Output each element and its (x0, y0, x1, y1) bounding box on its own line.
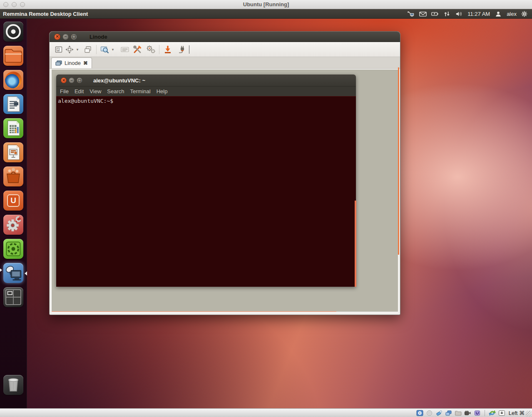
remmina-minimize-button[interactable]: – (62, 34, 69, 40)
preferences-tools-icon[interactable] (132, 44, 143, 55)
system-settings-icon[interactable] (3, 215, 23, 235)
panel-clock[interactable]: 11:27 AM (467, 11, 490, 17)
libreoffice-calc-icon[interactable] (3, 118, 23, 138)
vnc-redraw-artifact-horizontal (52, 311, 336, 312)
scale-toggle-icon[interactable] (82, 44, 93, 55)
ubuntu-one-icon[interactable]: U (3, 191, 23, 211)
vnc-edge-artifact (398, 67, 399, 255)
terminal-titlebar[interactable]: ✕ – ▢ alex@ubuntuVNC: ~ (56, 74, 356, 87)
user-indicator-icon[interactable] (495, 11, 502, 17)
tab-label: Linode (65, 60, 81, 66)
panel-tray: 11:27 AM alex (407, 11, 532, 17)
terminal-window-title: alex@ubuntuVNC: ~ (93, 77, 145, 84)
trash-icon[interactable] (3, 375, 23, 395)
menu-help[interactable]: Help (157, 88, 172, 94)
terminal-close-button[interactable]: ✕ (61, 77, 67, 83)
libreoffice-writer-icon[interactable] (3, 94, 23, 114)
terminal-minimize-button[interactable]: – (69, 77, 75, 83)
panel-app-title: Remmina Remote Desktop Client (0, 11, 88, 17)
remmina-toolbar: 1 ▾ ▾ (50, 42, 400, 57)
tab-close-icon[interactable]: ✖ (83, 60, 88, 66)
toolbar-cursor-line (189, 45, 189, 54)
workspace-switcher-icon[interactable] (3, 287, 23, 307)
menu-file[interactable]: File (60, 88, 72, 94)
toolbar-separator (96, 45, 97, 54)
libreoffice-impress-icon[interactable] (3, 142, 23, 162)
virtualbox-statusbar: Left ⌘ (0, 408, 532, 417)
toolbar-separator (159, 45, 159, 54)
terminal-maximize-button[interactable]: ▢ (77, 77, 82, 83)
terminal-prompt: alex@ubuntuVNC:~$ (58, 98, 113, 104)
resize-grip[interactable] (526, 411, 532, 417)
terminal-menubar: File Edit View Search Terminal Help (56, 87, 356, 96)
zoom-dropdown[interactable]: ▾ (110, 47, 115, 52)
sync-arrows-icon[interactable] (443, 11, 451, 17)
tab-linode[interactable]: Linode ✖ (51, 57, 92, 68)
battery-indicator-icon[interactable] (431, 11, 439, 17)
ubuntu-desktop: Remmina Remote Desktop Client 11:27 AM a… (0, 9, 532, 408)
vnc-redraw-artifact-vertical (355, 201, 356, 287)
tab-folder-icon (55, 60, 62, 66)
volume-indicator-icon[interactable] (455, 11, 463, 17)
mail-indicator-icon[interactable] (419, 11, 427, 17)
statusbar-separator (485, 410, 485, 416)
remmina-window-title: Linode (89, 34, 107, 40)
software-center-icon[interactable] (3, 166, 23, 186)
running-indicator-arrow (0, 268, 2, 272)
keyboard-capture-icon[interactable] (498, 410, 505, 416)
remmina-maximize-button[interactable]: ▢ (71, 34, 77, 40)
keyboard-grab-icon[interactable] (119, 44, 130, 55)
optical-disc-icon[interactable] (426, 410, 433, 416)
disconnect-plug-icon[interactable] (177, 44, 187, 55)
screenshot-download-icon[interactable] (162, 44, 173, 55)
focused-indicator-arrow (25, 271, 27, 276)
terminal-window: ✕ – ▢ alex@ubuntuVNC: ~ File Edit View S… (56, 74, 356, 287)
dash-home-button[interactable] (3, 22, 23, 42)
network-indicator-icon[interactable] (407, 11, 415, 17)
firefox-icon[interactable] (3, 70, 23, 90)
fit-window-dropdown[interactable]: ▾ (75, 47, 80, 52)
vnc-viewport[interactable]: ✕ – ▢ alex@ubuntuVNC: ~ File Edit View S… (51, 69, 398, 312)
hard-disk-icon[interactable] (416, 410, 423, 416)
ubuntu-top-panel: Remmina Remote Desktop Client 11:27 AM a… (0, 9, 532, 19)
remmina-tabbar: Linode ✖ (50, 57, 400, 69)
usb-icon[interactable] (435, 410, 443, 416)
network-adapters-icon[interactable] (445, 410, 452, 416)
video-capture-icon[interactable] (464, 410, 471, 416)
software-updater-icon[interactable] (3, 239, 23, 259)
shared-folders-icon[interactable] (455, 410, 462, 416)
remmina-close-button[interactable]: ✕ (54, 34, 60, 40)
fit-window-icon[interactable] (64, 44, 75, 55)
vm-window-title: Ubuntu [Running] (0, 0, 532, 9)
remmina-icon[interactable] (3, 263, 23, 283)
remmina-titlebar[interactable]: ✕ – ▢ Linode (50, 32, 400, 42)
menu-terminal[interactable]: Terminal (130, 88, 154, 94)
remmina-window: ✕ – ▢ Linode 1 ▾ ▾ (49, 31, 400, 315)
svg-text:1: 1 (57, 48, 59, 51)
panel-username[interactable]: alex (507, 11, 517, 17)
menu-edit[interactable]: Edit (75, 88, 87, 94)
terminal-body[interactable]: alex@ubuntuVNC:~$ (56, 96, 356, 287)
menu-view[interactable]: View (89, 88, 105, 94)
zoom-options-icon[interactable] (99, 44, 110, 55)
menu-search[interactable]: Search (107, 88, 128, 94)
virtualization-chip-icon[interactable] (474, 410, 481, 416)
toggle-fullscreen-icon[interactable]: 1 (53, 44, 64, 55)
host-key-label: Left ⌘ (509, 410, 525, 416)
vm-window-titlebar: Ubuntu [Running] (0, 0, 532, 9)
mouse-integration-icon[interactable] (489, 410, 496, 416)
unity-launcher: U (0, 19, 27, 408)
files-icon[interactable] (3, 46, 23, 66)
session-gear-icon[interactable] (521, 11, 529, 17)
connection-settings-gears-icon[interactable] (145, 44, 156, 55)
